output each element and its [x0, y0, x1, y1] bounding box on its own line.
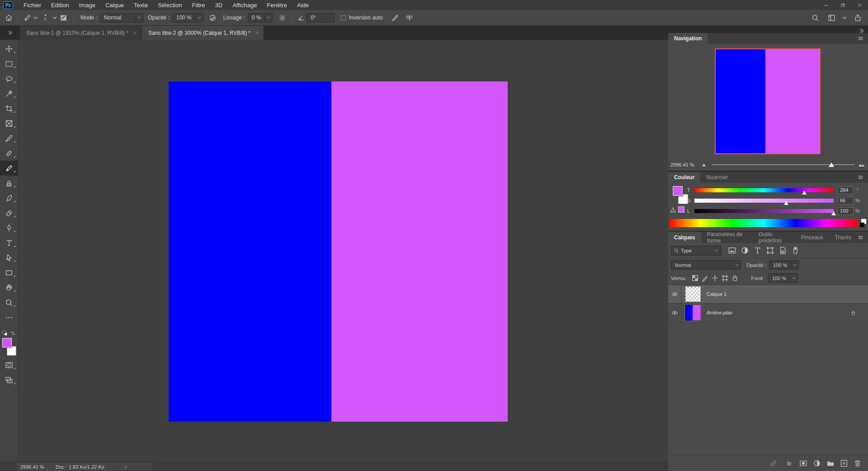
tab-couleur[interactable]: Couleur: [668, 172, 700, 183]
layer-blend-mode-select[interactable]: Normal: [671, 260, 741, 270]
status-zoom-field[interactable]: 2996.41 %: [20, 464, 51, 470]
layer-thumbnail-document[interactable]: [685, 304, 701, 321]
hand-tool[interactable]: [0, 280, 18, 295]
layer-filter-type-select[interactable]: Type: [671, 246, 722, 256]
layer-visibility-eye-icon[interactable]: [668, 285, 682, 303]
toggle-brush-panel-button[interactable]: [57, 12, 69, 24]
saturation-value-field[interactable]: 66: [837, 197, 854, 205]
quick-selection-tool[interactable]: [0, 86, 18, 101]
edit-toolbar-button[interactable]: [0, 310, 18, 325]
menu-selection[interactable]: Sélection: [153, 0, 187, 10]
zoom-tool[interactable]: [0, 295, 18, 310]
brush-picker-chevron-icon[interactable]: [52, 12, 57, 24]
tab-parametres-de-forme[interactable]: Paramètres de forme: [701, 232, 753, 243]
tab-calques[interactable]: Calques: [668, 232, 701, 243]
filter-toggle-icon[interactable]: [791, 246, 800, 255]
status-chevron-icon[interactable]: [123, 465, 128, 469]
lock-artboard-icon[interactable]: [721, 274, 729, 282]
layer-fill-select[interactable]: 100 %: [768, 273, 798, 283]
document-tab-2[interactable]: Sans titre-2 @ 3000% (Calque 1, RVB/8) *: [142, 26, 264, 40]
tab-close-icon[interactable]: [133, 31, 137, 35]
auto-erase-checkbox[interactable]: [341, 15, 346, 20]
pressure-opacity-button[interactable]: [207, 12, 219, 24]
workspace-chevron-icon[interactable]: [842, 12, 847, 24]
search-button[interactable]: [809, 12, 821, 24]
brush-preset-picker[interactable]: 1: [38, 12, 52, 24]
spot-healing-brush-tool[interactable]: [0, 146, 18, 161]
saturation-slider[interactable]: [694, 199, 834, 203]
navigation-proxy-view[interactable]: [715, 48, 821, 154]
shape-filter-icon[interactable]: [766, 246, 774, 255]
lightness-slider[interactable]: [694, 209, 834, 213]
foreground-color-swatch[interactable]: [2, 338, 12, 347]
tool-preset-icon[interactable]: [21, 12, 33, 24]
pen-tool[interactable]: [0, 220, 18, 235]
minimize-button[interactable]: [818, 0, 835, 10]
toolbar-double-chevron-icon[interactable]: [0, 26, 20, 40]
quick-mask-button[interactable]: [0, 357, 18, 372]
menu-affichage[interactable]: Affichage: [227, 0, 262, 10]
navigation-zoom-slider[interactable]: [712, 164, 854, 165]
blend-mode-select[interactable]: Normal: [100, 13, 143, 23]
lightness-value-field[interactable]: 100: [837, 207, 854, 215]
layer-mask-icon[interactable]: [799, 459, 807, 467]
hue-value-field[interactable]: 284: [837, 186, 854, 194]
lock-all-icon[interactable]: [731, 274, 739, 282]
lock-transparency-icon[interactable]: [691, 274, 699, 282]
layer-thumbnail-transparent[interactable]: [685, 286, 701, 302]
black-swatch[interactable]: [860, 223, 864, 227]
tab-traces[interactable]: Tracés: [829, 232, 857, 243]
default-colors-icon[interactable]: [2, 330, 8, 336]
tab-pinceaux[interactable]: Pinceaux: [795, 232, 829, 243]
menu-calque[interactable]: Calque: [100, 0, 129, 10]
menu-fenetre[interactable]: Fenêtre: [262, 0, 292, 10]
restore-button[interactable]: [835, 0, 851, 10]
document-canvas[interactable]: [169, 81, 508, 422]
layer-effects-icon[interactable]: fx: [786, 459, 794, 467]
background-color-swatch[interactable]: [7, 346, 16, 356]
layer-name[interactable]: Calque 1: [707, 291, 726, 297]
path-selection-tool[interactable]: [0, 250, 18, 265]
gamut-warning-icon[interactable]: [670, 207, 676, 213]
hue-slider[interactable]: [694, 188, 834, 192]
menu-fichier[interactable]: Fichier: [19, 0, 46, 10]
lock-paint-icon[interactable]: [701, 274, 709, 282]
new-layer-icon[interactable]: [840, 459, 848, 467]
layer-opacity-select[interactable]: 100 %: [769, 260, 799, 270]
history-brush-tool[interactable]: [0, 190, 18, 205]
delete-layer-icon[interactable]: [854, 459, 862, 467]
clone-stamp-tool[interactable]: [0, 176, 18, 190]
swap-colors-icon[interactable]: [10, 330, 16, 336]
layer-visibility-eye-icon[interactable]: [668, 304, 682, 322]
zoom-slider-thumb[interactable]: [829, 162, 834, 167]
menu-3d[interactable]: 3D: [210, 0, 228, 10]
type-filter-icon[interactable]: [753, 246, 762, 255]
type-tool[interactable]: [0, 235, 18, 250]
panel-menu-icon[interactable]: [857, 175, 864, 180]
lasso-tool[interactable]: [0, 71, 18, 86]
adjustment-filter-icon[interactable]: [741, 246, 749, 255]
tab-close-icon[interactable]: [255, 31, 259, 35]
crop-tool[interactable]: [0, 101, 18, 116]
brush-angle-input[interactable]: 0°: [307, 13, 335, 23]
zoom-out-mountain-icon[interactable]: [701, 161, 708, 168]
home-button[interactable]: [3, 12, 14, 24]
pencil-tool[interactable]: [0, 161, 18, 176]
menu-edition[interactable]: Edition: [46, 0, 74, 10]
menu-image[interactable]: Image: [74, 0, 100, 10]
frame-tool[interactable]: [0, 116, 18, 131]
adjustment-layer-icon[interactable]: [813, 459, 821, 467]
eraser-tool[interactable]: [0, 205, 18, 220]
layer-row-calque-1[interactable]: Calque 1: [668, 285, 868, 304]
tab-outils-predefinis[interactable]: Outils prédéfinis: [753, 232, 795, 243]
pressure-size-button[interactable]: [389, 12, 401, 24]
menu-filtre[interactable]: Filtre: [187, 0, 210, 10]
move-tool[interactable]: [0, 41, 18, 56]
smoothing-select[interactable]: 0 %: [248, 13, 273, 23]
status-doc-info[interactable]: Doc : 1.83 Ko/1.22 Ko: [56, 464, 104, 470]
smoothing-options-gear-button[interactable]: [276, 12, 288, 24]
pixel-filter-icon[interactable]: [728, 246, 736, 255]
foreground-color-swatch[interactable]: [673, 186, 683, 196]
color-spectrum-ramp[interactable]: [669, 219, 858, 227]
panel-menu-icon[interactable]: [857, 36, 864, 41]
